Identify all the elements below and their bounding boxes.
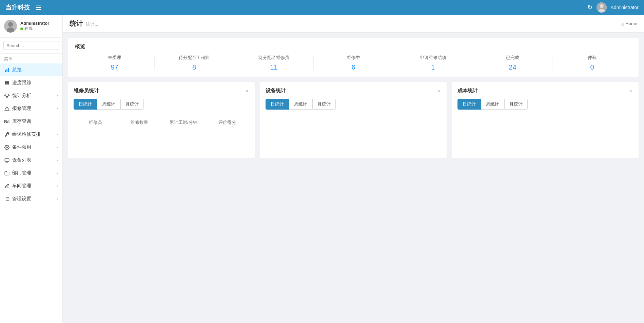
sidebar-item-statistics[interactable]: 统计分析 ‹ — [0, 89, 62, 102]
user-status: 在线 — [20, 26, 49, 32]
sidebar-item-reports[interactable]: 报修管理 ‹ — [0, 102, 62, 115]
breadcrumb: 统计... — [86, 21, 98, 27]
svg-rect-11 — [5, 84, 8, 85]
close-button[interactable]: × — [436, 88, 441, 94]
sidebar-item-label: 维保检修安排 — [12, 131, 41, 137]
home-icon: ⌂ — [621, 21, 624, 26]
page-title: 统计 — [70, 19, 83, 28]
card-actions: − × — [622, 88, 633, 94]
sidebar-item-label: 统计分析 — [12, 93, 31, 99]
minimize-button[interactable]: − — [238, 88, 242, 94]
svg-rect-6 — [5, 70, 6, 72]
tab-weekly[interactable]: 周统计 — [289, 99, 312, 110]
col-repair-count: 维修数量 — [118, 119, 162, 126]
layout: Administrator 在线 🔍 菜单 — [0, 15, 644, 323]
header-username: Administrator — [611, 5, 639, 10]
card-actions: − × — [430, 88, 441, 94]
chevron-right-icon: ‹ — [57, 158, 58, 163]
svg-point-1 — [600, 4, 604, 8]
chevron-right-icon: ‹ — [57, 184, 58, 188]
sidebar-item-equipment[interactable]: 设备列表 ‹ — [0, 154, 62, 167]
stats-row: 维修员统计 − × 日统计 周统计 月统计 维修员 维修数量 — [68, 82, 639, 158]
tab-monthly[interactable]: 月统计 — [312, 99, 336, 110]
sidebar-item-progress[interactable]: 进度跟踪 — [0, 76, 62, 89]
header-avatar — [597, 2, 607, 13]
overview-stats: 未受理 97 待分配至工程师 8 待分配至维修员 11 — [75, 55, 632, 71]
sidebar-item-label: 进度跟踪 — [12, 80, 31, 86]
behance-icon: Bé — [4, 119, 9, 124]
stat-item-unhandled: 未受理 97 — [75, 55, 154, 71]
tab-monthly[interactable]: 月统计 — [504, 99, 528, 110]
sidebar-item-label: 设备列表 — [12, 157, 31, 163]
stat-item-arbitration: 仲裁 0 — [552, 55, 632, 71]
header-right: ↻ Administrator — [587, 2, 639, 13]
stat-value[interactable]: 1 — [393, 63, 473, 71]
svg-point-14 — [6, 147, 7, 148]
stat-label: 未受理 — [75, 55, 154, 61]
tab-daily[interactable]: 日统计 — [74, 99, 97, 110]
sidebar-item-label: 库存查询 — [12, 118, 31, 125]
sidebar-item-label: 车间管理 — [12, 183, 31, 189]
equipment-stats-title: 设备统计 — [266, 88, 286, 94]
sidebar-username: Administrator — [20, 21, 49, 26]
sidebar-item-overview[interactable]: 总览 — [0, 63, 62, 76]
equipment-stats-card: 设备统计 − × 日统计 周统计 月统计 — [260, 82, 447, 158]
svg-rect-15 — [5, 158, 9, 161]
home-link[interactable]: ⌂ Home — [621, 21, 637, 26]
svg-rect-9 — [5, 81, 8, 82]
cost-tabs: 日统计 周统计 月统计 — [457, 99, 633, 110]
chevron-right-icon: ‹ — [57, 196, 58, 201]
sidebar-item-workshop[interactable]: 车间管理 ‹ — [0, 179, 62, 192]
sidebar-item-inventory[interactable]: Bé 库存查询 — [0, 115, 62, 128]
close-button[interactable]: × — [628, 88, 633, 94]
sidebar-item-department[interactable]: 部门管理 ‹ — [0, 167, 62, 179]
tab-weekly[interactable]: 周统计 — [481, 99, 504, 110]
col-rating: 评价得分 — [206, 119, 250, 126]
stat-item-completed: 已完成 24 — [473, 55, 552, 71]
search-input-wrap: 🔍 — [3, 41, 59, 50]
stat-value[interactable]: 24 — [473, 63, 552, 71]
empty-content — [74, 126, 249, 153]
tab-weekly[interactable]: 周统计 — [97, 99, 120, 110]
header-left: 当升科技 ☰ — [5, 3, 41, 12]
search-input[interactable] — [6, 43, 63, 48]
close-button[interactable]: × — [245, 88, 249, 94]
sidebar-item-admin[interactable]: 管理设置 ‹ — [0, 192, 62, 205]
menu-label: 菜单 — [0, 54, 62, 63]
stat-item-assign-engineer: 待分配至工程师 8 — [155, 55, 234, 71]
settings-icon — [4, 145, 9, 150]
chevron-right-icon: ‹ — [57, 145, 58, 150]
main-content: 统计 统计... ⌂ Home 概览 未受理 97 — [63, 15, 644, 323]
overview-card: 概览 未受理 97 待分配至工程师 8 待分配至维修员 11 — [68, 38, 639, 77]
content-area: 概览 未受理 97 待分配至工程师 8 待分配至维修员 11 — [63, 33, 644, 164]
sidebar-item-label: 总览 — [12, 67, 22, 73]
hamburger-icon[interactable]: ☰ — [35, 3, 41, 12]
sidebar-item-parts[interactable]: 备件领用 ‹ — [0, 141, 62, 154]
status-dot — [20, 27, 23, 30]
tab-daily[interactable]: 日统计 — [266, 99, 289, 110]
refresh-icon[interactable]: ↻ — [587, 4, 592, 11]
stat-label: 已完成 — [473, 55, 552, 61]
sidebar-item-maintenance[interactable]: 维保检修安排 ‹ — [0, 128, 62, 141]
tab-daily[interactable]: 日统计 — [457, 99, 481, 110]
stat-label: 仲裁 — [552, 55, 632, 61]
stat-value[interactable]: 11 — [234, 63, 313, 71]
maintenance-tabs: 日统计 周统计 月统计 — [74, 99, 249, 110]
maintenance-stats-title: 维修员统计 — [74, 88, 99, 94]
user-profile: Administrator 在线 — [0, 15, 62, 38]
stat-value[interactable]: 97 — [75, 63, 154, 71]
stat-value[interactable]: 6 — [314, 63, 393, 71]
stat-value[interactable]: 8 — [155, 63, 234, 71]
minimize-button[interactable]: − — [430, 88, 434, 94]
page-header: 统计 统计... ⌂ Home — [63, 15, 644, 33]
sidebar-item-label: 备件领用 — [12, 144, 31, 150]
chevron-right-icon: ‹ — [57, 93, 58, 98]
svg-rect-7 — [6, 69, 7, 72]
tab-monthly[interactable]: 月统计 — [120, 99, 144, 110]
list-icon — [4, 196, 9, 202]
stat-item-assign-repair: 待分配至维修员 11 — [234, 55, 313, 71]
minimize-button[interactable]: − — [622, 88, 626, 94]
col-repairman: 维修员 — [74, 119, 118, 126]
stat-value[interactable]: 0 — [552, 63, 632, 71]
chevron-right-icon: ‹ — [57, 106, 58, 111]
